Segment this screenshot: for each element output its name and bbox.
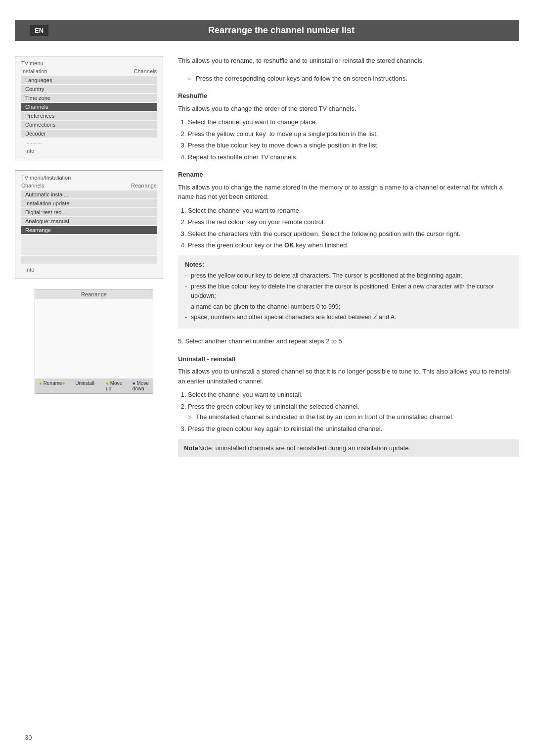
tv-menu-box-1: TV menu Installation Channels Languages …	[15, 56, 163, 160]
menu1-header-left: Installation	[21, 68, 47, 74]
rearrange-screen-content	[35, 299, 153, 378]
menu1-item-channels: Channels	[21, 103, 157, 111]
rename-intro: This allows you to change the name store…	[178, 183, 519, 202]
tv-menu-box-2: TV menu/Installation Channels Rearrange …	[15, 170, 163, 279]
left-panel: TV menu Installation Channels Languages …	[15, 56, 163, 457]
menu2-info: Info	[21, 265, 157, 275]
menu2-item-automatic: Automatic instal...	[21, 190, 157, 198]
rename-step-2: Press the red colour key on your remote …	[188, 217, 519, 227]
menu1-item-connections: Connections	[21, 121, 157, 129]
notes-box: Notes: press the yellow colour key to de…	[178, 255, 519, 329]
menu1-header-right: Channels	[134, 68, 157, 74]
uninstall-intro: This allows you to uninstall a stored ch…	[178, 367, 519, 386]
header-bar: EN Rearrange the channel number list	[15, 20, 519, 41]
note-4: space, numbers and other special charact…	[185, 313, 512, 322]
page-number: 30	[25, 734, 32, 741]
reshuffle-step-1: Select the channel you want to change pl…	[188, 117, 519, 127]
menu2-header-right: Rearrange	[131, 183, 157, 189]
menu2-item-installation-update: Installation update	[21, 199, 157, 207]
reshuffle-step-4: Repeat to reshuffle other TV channels.	[188, 152, 519, 162]
rename-heading: Rename	[178, 170, 519, 180]
rename-step-3: Select the characters with the cursor up…	[188, 229, 519, 239]
right-panel: This allows you to rename, to reshuffle …	[178, 56, 519, 457]
uninstall-sub-bullet: The uninstalled channel is indicated in …	[188, 412, 519, 422]
uninstall-step-2: Press the green colour key to uninstall …	[188, 402, 519, 422]
bullet-list-1: Press the corresponding colour keys and …	[186, 74, 519, 84]
uninstall-steps: Select the channel you want to uninstall…	[178, 390, 519, 433]
reshuffle-step-3: Press the blue colour key to move down a…	[188, 141, 519, 150]
reshuffle-heading: Reshuffle	[178, 91, 519, 101]
rearrange-screen-box: Rearrange ● Rename● Uninstall· ● Moveup …	[35, 289, 153, 394]
uninstall-step-3: Press the green colour key again to rein…	[188, 424, 519, 434]
main-content: TV menu Installation Channels Languages …	[0, 41, 534, 472]
note-2: press the blue colour key to delete the …	[185, 282, 512, 301]
menu1-dots: ............	[21, 139, 157, 146]
menu2-title: TV menu/Installation	[21, 175, 157, 181]
page-title: Rearrange the channel number list	[58, 25, 504, 36]
move-down-label: ● Movedown	[133, 380, 149, 391]
menu1-item-languages: Languages	[21, 76, 157, 84]
rename-steps: Select the channel you want to rename. P…	[178, 206, 519, 250]
rename-step-4: Press the green colour key or the OK key…	[188, 240, 519, 250]
uninstall-note-text: Note: uninstalled channels are not reins…	[198, 444, 410, 452]
menu2-item-digital: Digital: test rec....	[21, 208, 157, 216]
menu1-item-country: Country	[21, 85, 157, 93]
uninstall-note: NoteNote: uninstalled channels are not r…	[178, 439, 519, 457]
note-3: a name can be given to the channel numbe…	[185, 302, 512, 312]
uninstall-heading: Uninstall - reinstall	[178, 354, 519, 364]
rearrange-bottom-bar: ● Rename● Uninstall· ● Moveup ● Movedown	[35, 378, 153, 393]
menu2-item-rearrange: Rearrange	[21, 226, 157, 234]
rearrange-screen-title: Rearrange	[35, 289, 153, 299]
menu1-title: TV menu	[21, 60, 157, 66]
rename-button-label: ● Rename●	[39, 380, 65, 391]
rename-step-1: Select the channel you want to rename.	[188, 206, 519, 216]
menu2-item-analogue: Analogue: manual	[21, 217, 157, 225]
step-5: 5. Select another channel number and rep…	[178, 336, 519, 346]
note-1: press the yellow colour key to delete al…	[185, 271, 512, 281]
notes-label: Notes:	[185, 260, 512, 270]
menu1-item-preferences: Preferences	[21, 112, 157, 120]
menu1-item-decoder: Decoder	[21, 130, 157, 138]
bullet-item-1: Press the corresponding colour keys and …	[196, 74, 519, 84]
en-badge: EN	[30, 25, 48, 36]
menu1-info: Info	[21, 146, 157, 156]
reshuffle-intro: This allows you to change the order of t…	[178, 104, 519, 114]
move-up-label: ● Moveup	[106, 380, 122, 391]
menu2-header-left: Channels	[21, 183, 44, 189]
uninstall-step-1: Select the channel you want to uninstall…	[188, 390, 519, 400]
reshuffle-step-2: Press the yellow colour key to move up a…	[188, 129, 519, 139]
intro-text: This allows you to rename, to reshuffle …	[178, 56, 519, 66]
menu1-item-timezone: Time zone	[21, 94, 157, 102]
uninstall-label: Uninstall·	[75, 380, 95, 391]
reshuffle-steps: Select the channel you want to change pl…	[178, 117, 519, 162]
